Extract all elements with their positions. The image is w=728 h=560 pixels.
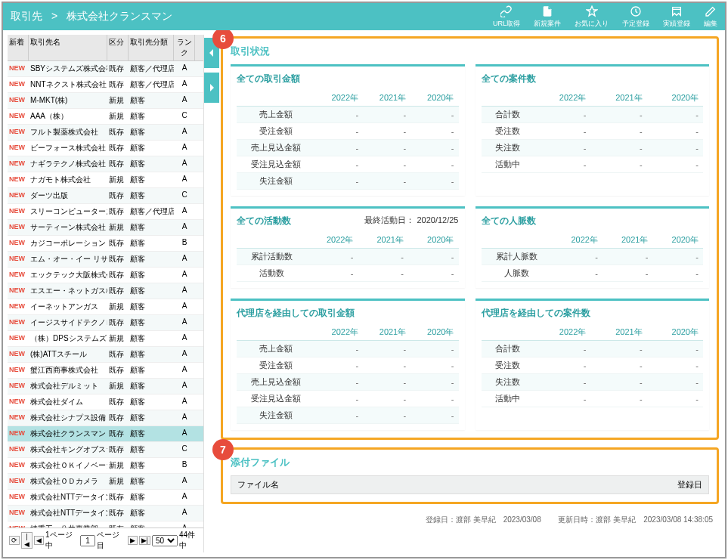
toolbar-result-button[interactable]: 実績登録 [663, 5, 690, 29]
header-toolbar: URL取得新規案件お気に入り予定登録実績登録編集 [493, 5, 717, 29]
table-row[interactable]: NEWエム・オー・イー リサ既存顧客A [8, 252, 203, 268]
table-row[interactable]: NEWカジコーポレーション既存顧客B [8, 236, 203, 252]
table-row[interactable]: NEW埴重工 公共事業部既存顧客A [8, 521, 203, 528]
new-badge: NEW [9, 286, 25, 294]
summary-card: 全ての取引金額2022年2021年2020年売上金額---受注金額---売上見込… [231, 64, 465, 196]
new-badge: NEW [9, 350, 25, 357]
page-input[interactable] [80, 535, 95, 546]
new-badge: NEW [9, 334, 25, 342]
new-badge: NEW [9, 128, 25, 135]
table-row[interactable]: NEW株式会社シナプス設備既存顧客A [8, 410, 203, 426]
table-row[interactable]: NEWナガモト株式会社新規顧客A [8, 172, 203, 188]
new-badge: NEW [9, 366, 25, 373]
list-header: 新着 取引先名 区分 取引先分類 ランク [8, 35, 203, 61]
table-row[interactable]: NEW株式会社ＯＫイノベーション新規顧客B [8, 458, 203, 474]
table-row[interactable]: NEWイーネットアンガス新規顧客A [8, 299, 203, 315]
new-badge: NEW [9, 271, 25, 278]
first-page-button[interactable]: |◀ [21, 532, 33, 549]
table-row[interactable]: NEW株式会社デルミット新規顧客A [8, 379, 203, 394]
new-badge: NEW [9, 493, 25, 500]
trade-status-panel: 6 取引状況 全ての取引金額2022年2021年2020年売上金額---受注金額… [221, 36, 719, 440]
side-tabs [204, 38, 219, 107]
new-badge: NEW [9, 398, 25, 405]
new-badge: NEW [9, 223, 25, 230]
trade-status-title: 取引状況 [231, 45, 709, 58]
table-row[interactable]: NEWNNTネクスト株式会社既存顧客／代理店A [8, 77, 203, 93]
main-content: 6 取引状況 全ての取引金額2022年2021年2020年売上金額---受注金額… [204, 30, 725, 557]
prev-page-button[interactable]: ◀ [34, 536, 44, 545]
breadcrumb: 取引先 > 株式会社クランスマン [11, 10, 172, 23]
toolbar-new-button[interactable]: 新規案件 [534, 5, 561, 29]
table-row[interactable]: NEW株式会社NTTデータイン既存顧客A [8, 490, 203, 506]
table-row[interactable]: NEW蟹江西商事株式会社既存顧客A [8, 363, 203, 379]
url-icon [500, 5, 513, 19]
new-badge: NEW [9, 191, 25, 199]
edit-icon [705, 5, 717, 19]
account-list-sidebar: 新着 取引先名 区分 取引先分類 ランク NEWSBYシステムズ株式会社既存顧客… [8, 35, 204, 552]
col-type[interactable]: 取引先分類 [129, 35, 174, 60]
table-row[interactable]: NEWナギラテクノ株式会社既存顧客A [8, 156, 203, 172]
table-row[interactable]: NEWエスエー・ネットガス株既存顧客A [8, 283, 203, 299]
last-page-button[interactable]: ▶| [139, 536, 150, 545]
col-new[interactable]: 新着 [8, 35, 29, 60]
table-row[interactable]: NEWビーフォース株式会社既存顧客A [8, 141, 203, 156]
table-row[interactable]: NEWイージスサイドテクノロ既存顧客A [8, 315, 203, 331]
table-row[interactable]: NEWダーツ出版既存顧客C [8, 188, 203, 204]
attachments-title: 添付ファイル [231, 456, 709, 469]
new-icon [541, 5, 553, 19]
fav-icon [586, 5, 598, 19]
page-size-select[interactable]: 50 [152, 535, 178, 546]
new-badge: NEW [9, 144, 25, 151]
new-badge: NEW [9, 477, 25, 484]
table-row[interactable]: NEWフルト製薬株式会社既存顧客A [8, 125, 203, 141]
side-tab-2[interactable] [204, 73, 219, 103]
table-row[interactable]: NEWAAA（株）新規顧客C [8, 109, 203, 125]
col-kubun[interactable]: 区分 [107, 35, 129, 60]
new-badge: NEW [9, 239, 25, 246]
col-rank[interactable]: ランク [174, 35, 195, 60]
table-row[interactable]: NEWM-MKT(株)新規顧客A [8, 93, 203, 109]
new-badge: NEW [9, 382, 25, 389]
card-title: 全ての案件数 [482, 73, 704, 85]
summary-card: 代理店を経由しての案件数2022年2021年2020年合計数---受注数---失… [476, 299, 710, 430]
reload-button[interactable]: ⟳ [9, 536, 20, 545]
table-row[interactable]: NEW株式会社NTTデータイン既存顧客A [8, 506, 203, 521]
table-row[interactable]: NEW(株)ATTスチール既存顧客A [8, 347, 203, 363]
breadcrumb-current: 株式会社クランスマン [67, 10, 172, 22]
next-page-button[interactable]: ▶ [128, 536, 138, 545]
table-row[interactable]: NEW株式会社キングオブスラ既存顧客C [8, 442, 203, 458]
new-badge: NEW [9, 175, 25, 183]
new-badge: NEW [9, 445, 25, 453]
col-filename[interactable]: ファイル名 [237, 479, 677, 490]
sched-icon [630, 5, 642, 19]
table-row[interactable]: NEW（株）DPSシステムズ新規顧客A [8, 331, 203, 347]
table-row[interactable]: NEW株式会社ダイム既存顧客A [8, 394, 203, 410]
toolbar-edit-button[interactable]: 編集 [704, 5, 717, 29]
list-body[interactable]: NEWSBYシステムズ株式会社既存顧客／代理店ANEWNNTネクスト株式会社既存… [8, 61, 203, 528]
new-badge: NEW [9, 64, 25, 72]
new-badge: NEW [9, 302, 25, 310]
table-row[interactable]: NEWサーティーン株式会社新規顧客A [8, 220, 203, 236]
panel-badge-7: 7 [212, 439, 234, 460]
table-row[interactable]: NEWスリーコンピューターズ既存顧客／代理店A [8, 204, 203, 220]
table-row[interactable]: NEW株式会社クランスマン既存顧客A [8, 426, 203, 442]
breadcrumb-root[interactable]: 取引先 [11, 10, 42, 22]
new-badge: NEW [9, 509, 25, 516]
card-title: 代理店を経由しての取引金額 [237, 307, 459, 320]
toolbar-url-button[interactable]: URL取得 [493, 5, 520, 29]
new-badge: NEW [9, 96, 25, 104]
table-row[interactable]: NEW株式会社ＯＤカメラ新規顧客A [8, 474, 203, 490]
new-badge: NEW [9, 255, 25, 262]
card-title: 全ての人脈数 [482, 215, 704, 227]
new-badge: NEW [9, 461, 25, 469]
new-badge: NEW [9, 318, 25, 326]
toolbar-fav-button[interactable]: お気に入り [575, 5, 609, 29]
new-badge: NEW [9, 80, 25, 88]
toolbar-sched-button[interactable]: 予定登録 [622, 5, 649, 29]
col-name[interactable]: 取引先名 [29, 35, 107, 60]
attachments-panel: 7 添付ファイル ファイル名 登録日 [221, 447, 719, 504]
table-row[interactable]: NEWエックテック大阪株式会社既存顧客A [8, 268, 203, 283]
new-badge: NEW [9, 429, 25, 437]
col-regdate[interactable]: 登録日 [677, 479, 702, 490]
table-row[interactable]: NEWSBYシステムズ株式会社既存顧客／代理店A [8, 61, 203, 77]
